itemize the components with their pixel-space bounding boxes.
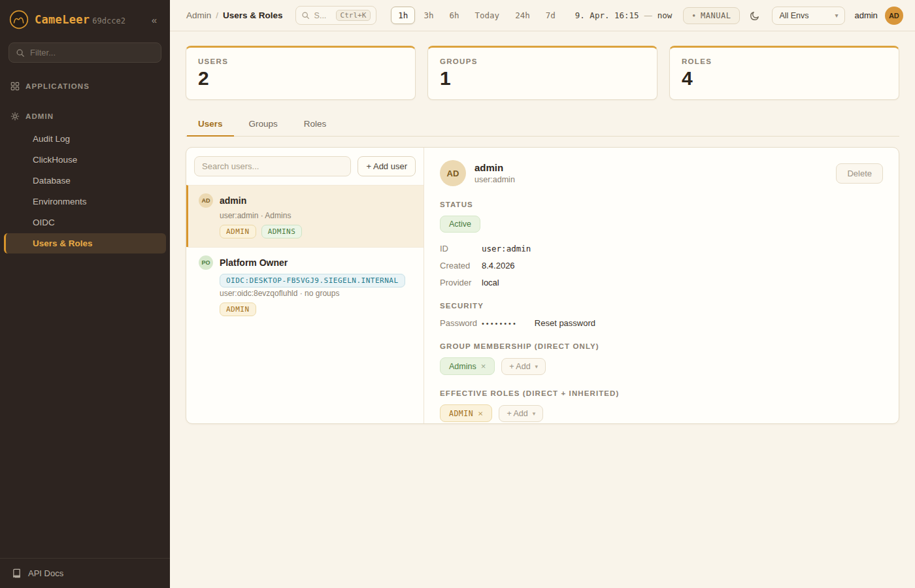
refresh-mode-label: MANUAL (701, 11, 731, 20)
sidebar-filter-input[interactable] (30, 48, 154, 57)
field-value: 8.4.2026 (482, 261, 515, 270)
time-end: now (657, 10, 673, 20)
user-meta: user:admin · Admins (220, 211, 413, 220)
status-dot-icon: ● (692, 13, 695, 18)
stat-card-roles: ROLES 4 (669, 46, 899, 100)
time-range-group: 1h 3h 6h Today 24h 7d (391, 7, 562, 24)
tab-bar: Users Groups Roles (186, 113, 899, 137)
user-name: admin (220, 195, 246, 206)
app-root: CameLeer69dcce2 « APPLICATIONS ADMIN Aud… (0, 0, 915, 588)
add-role-label: + Add (507, 409, 527, 418)
time-start: 9. Apr. 16:15 (575, 10, 639, 20)
status-heading: STATUS (440, 201, 883, 208)
chip-label: ADMIN (449, 409, 473, 418)
sidebar-section-admin[interactable]: ADMIN (0, 106, 170, 127)
sidebar-item-environments[interactable]: Environments (4, 191, 166, 212)
remove-group-icon[interactable]: × (481, 361, 486, 371)
remove-role-icon[interactable]: × (478, 408, 483, 418)
field-id: ID user:admin (440, 244, 883, 253)
reset-password-link[interactable]: Reset password (535, 318, 595, 328)
main-column: Admin / Users & Roles Ctrl+K 1h 3h 6h To… (170, 0, 915, 588)
search-icon (16, 48, 25, 57)
app-logo-icon (9, 10, 29, 29)
env-select-value: All Envs (779, 11, 808, 20)
password-label: Password (440, 318, 482, 328)
sidebar-collapse-icon[interactable]: « (148, 13, 161, 27)
user-detail-header: AD admin user:admin Delete (440, 160, 883, 186)
field-value: local (482, 278, 499, 287)
detail-user-name: admin (474, 162, 515, 173)
delete-user-button[interactable]: Delete (836, 163, 883, 184)
current-user-name: admin (854, 10, 877, 20)
time-range-7d[interactable]: 7d (539, 7, 563, 24)
stat-value: 1 (440, 67, 645, 90)
global-search[interactable]: Ctrl+K (295, 6, 377, 25)
tab-users[interactable]: Users (187, 113, 234, 137)
sidebar-item-users-roles[interactable]: Users & Roles (4, 233, 166, 253)
stat-label: GROUPS (440, 57, 645, 65)
time-separator: — (644, 11, 652, 20)
stat-label: ROLES (682, 57, 887, 65)
time-range-3h[interactable]: 3h (416, 7, 441, 24)
add-role-button[interactable]: + Add ▾ (499, 405, 543, 422)
env-select[interactable]: All Envs ▾ (772, 7, 845, 25)
stat-value: 2 (198, 67, 403, 90)
user-list-item-admin[interactable]: AD admin user:admin · Admins ADMIN ADMIN… (186, 185, 424, 247)
add-group-button[interactable]: + Add ▾ (501, 358, 546, 375)
detail-user-id: user:admin (474, 175, 515, 184)
sidebar-section-label: ADMIN (25, 112, 54, 120)
refresh-mode-button[interactable]: ● MANUAL (683, 7, 740, 24)
avatar: AD (440, 160, 466, 186)
user-search-input[interactable] (194, 156, 351, 176)
sidebar-item-clickhouse[interactable]: ClickHouse (4, 150, 166, 170)
sidebar-item-oidc[interactable]: OIDC (4, 212, 166, 233)
tab-groups[interactable]: Groups (238, 113, 289, 137)
main-content: USERS 2 GROUPS 1 ROLES 4 Users Groups Ro… (170, 31, 915, 588)
breadcrumb-admin-link[interactable]: Admin (186, 10, 211, 20)
group-chips: Admins × + Add ▾ (440, 357, 883, 375)
time-range-6h[interactable]: 6h (442, 7, 466, 24)
time-range-1h[interactable]: 1h (391, 7, 415, 24)
chevron-down-icon: ▾ (533, 410, 536, 417)
app-title: CameLeer (35, 13, 90, 26)
stat-card-groups: GROUPS 1 (427, 46, 657, 100)
sidebar-nav: Audit Log ClickHouse Database Environmen… (0, 128, 170, 254)
sidebar-section-applications[interactable]: APPLICATIONS (0, 76, 170, 97)
field-label: Created (440, 261, 482, 270)
search-icon (301, 11, 310, 20)
time-range-24h[interactable]: 24h (508, 7, 537, 24)
api-docs-label: API Docs (28, 568, 63, 578)
global-search-input[interactable] (314, 11, 331, 20)
avatar[interactable]: AD (885, 7, 903, 25)
user-badges: ADMIN (220, 302, 413, 316)
stats-row: USERS 2 GROUPS 1 ROLES 4 (186, 46, 899, 100)
avatar: AD (199, 193, 213, 208)
time-range-today[interactable]: Today (468, 7, 507, 24)
role-chips: ADMIN × + Add ▾ (440, 404, 883, 422)
field-label: Provider (440, 278, 482, 287)
group-chip-admins[interactable]: Admins × (440, 357, 495, 375)
role-badge: ADMIN (220, 225, 256, 238)
role-chip-admin[interactable]: ADMIN × (440, 404, 492, 422)
sidebar-footer-api-docs[interactable]: API Docs (0, 558, 170, 588)
sidebar-filter[interactable] (8, 42, 161, 63)
status-badge: Active (440, 216, 480, 233)
sidebar: CameLeer69dcce2 « APPLICATIONS ADMIN Aud… (0, 0, 170, 588)
dark-mode-toggle[interactable] (747, 8, 763, 24)
tab-roles[interactable]: Roles (293, 113, 338, 137)
field-created: Created 8.4.2026 (440, 261, 883, 270)
user-detail: AD admin user:admin Delete STATUS Active… (424, 148, 899, 423)
users-panel: + Add user AD admin user:admin · Admins … (186, 147, 899, 424)
breadcrumb: Admin / Users & Roles (186, 10, 283, 20)
user-list-item-platform-owner[interactable]: PO Platform Owner OIDC:DESKTOP-FB5VGJ9.S… (186, 247, 424, 325)
app-instance-id: 69dcce2 (92, 16, 125, 25)
field-value: user:admin (482, 244, 531, 253)
stat-label: USERS (198, 57, 403, 65)
time-display[interactable]: 9. Apr. 16:15 — now (575, 10, 672, 20)
sidebar-item-audit-log[interactable]: Audit Log (4, 129, 166, 149)
search-shortcut-kbd: Ctrl+K (336, 10, 371, 21)
user-menu[interactable]: admin AD (854, 7, 903, 25)
sidebar-item-database[interactable]: Database (4, 171, 166, 191)
role-badge: ADMIN (220, 302, 256, 316)
add-user-button[interactable]: + Add user (358, 156, 416, 176)
